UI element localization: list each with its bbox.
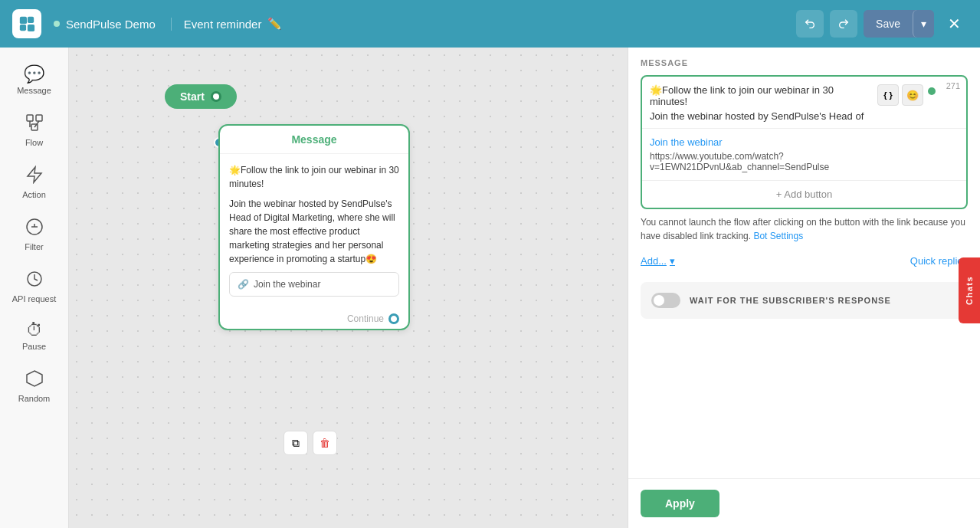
message-text-line2[interactable]: Join the webinar hosted by SendPulse's H… [650,110,873,122]
toggle-thumb [654,295,664,306]
message-line1: 🌟Follow the link to join our webinar in … [229,163,399,191]
add-dropdown-button[interactable]: Add... ▾ [641,255,675,267]
online-indicator [54,21,60,27]
right-panel: MESSAGE 271 🌟Follow the link to join our… [628,48,980,528]
sidebar-label-action: Action [22,190,46,199]
sidebar-item-message[interactable]: 💬 Message [5,60,63,101]
message-text-line1[interactable]: 🌟Follow the link to join our webinar in … [650,84,873,107]
editor-status-dot [928,87,936,95]
warning-text: You cannot launch the flow after clickin… [641,209,968,249]
flow-title-text: Event reminder [184,18,262,31]
editor-tools: { } 😊 [877,84,923,106]
brand-area: SendPulse Demo [54,18,172,31]
random-icon [25,369,44,391]
apply-row: Apply [628,478,980,528]
header-actions: Save ▾ ✕ [796,10,968,38]
add-chevron-icon: ▾ [670,255,675,267]
sidebar-item-filter[interactable]: Filter [5,212,63,257]
filter-icon [25,218,44,239]
message-text-area: 🌟Follow the link to join our webinar in … [642,77,966,129]
link-url: https://www.youtube.com/watch?v=1EWN21DP… [650,151,959,172]
sidebar-item-flow[interactable]: Flow [5,107,63,153]
action-icon [25,166,44,187]
svg-rect-4 [27,115,33,121]
copy-node-button[interactable]: ⧉ [284,431,308,455]
svg-rect-3 [28,25,34,31]
wait-toggle[interactable] [651,293,680,308]
sidebar-label-message: Message [17,86,51,95]
save-dropdown-button[interactable]: ▾ [913,10,934,38]
delete-node-button[interactable]: 🗑 [313,431,337,455]
bot-settings-link[interactable]: Bot Settings [753,231,803,241]
sidebar-item-action[interactable]: Action [5,159,63,205]
pause-icon: ⏱ [26,322,43,339]
canvas[interactable]: Start Message 🌟Follow the link to join o… [69,48,628,528]
save-main-button[interactable]: Save [864,10,913,38]
sidebar-label-pause: Pause [22,342,46,351]
flow-title-area: Event reminder ✏️ [184,17,283,31]
close-button[interactable]: ✕ [940,10,968,38]
wait-label: WAIT FOR THE SUBSCRIBER'S RESPONSE [690,296,891,305]
chats-tab[interactable]: Chats [959,257,980,323]
sidebar-label-filter: Filter [25,242,43,251]
undo-button[interactable] [796,10,824,38]
start-dot [211,91,221,102]
svg-rect-0 [20,17,27,24]
message-button-preview: 🔗 Join the webinar [229,272,399,297]
api-icon [25,270,44,291]
app-header: SendPulse Demo Event reminder ✏️ Save ▾ … [0,0,980,48]
emoji-tool-button[interactable]: 😊 [902,84,923,106]
message-icon: 💬 [24,66,44,83]
message-node[interactable]: Message 🌟Follow the link to join our web… [218,124,410,330]
message-editor[interactable]: 271 🌟Follow the link to join our webinar… [641,75,968,209]
right-panel-inner: MESSAGE 271 🌟Follow the link to join our… [628,48,980,478]
link-icon: 🔗 [238,277,249,291]
add-quick-replies-row: Add... ▾ Quick replies [641,249,968,273]
start-node: Start [165,84,237,109]
svg-marker-9 [28,167,41,182]
save-button-group: Save ▾ [864,10,934,38]
button-label: Join the webinar [254,277,320,291]
continue-dot [388,313,399,324]
sidebar-item-pause[interactable]: ⏱ Pause [5,316,63,357]
svg-rect-1 [28,17,34,23]
apply-button[interactable]: Apply [641,490,719,517]
flow-icon [25,113,44,135]
svg-rect-5 [36,115,42,121]
variable-tool-button[interactable]: { } [877,84,899,106]
svg-marker-13 [27,371,42,386]
link-title[interactable]: Join the webinar [650,136,959,148]
add-label: Add... [641,255,667,267]
sidebar-item-random[interactable]: Random [5,363,63,409]
app-logo [12,9,41,38]
edit-title-icon[interactable]: ✏️ [267,17,282,31]
message-line2: Join the webinar hosted by SendPulse's H… [229,197,399,266]
message-node-header: Message [220,126,408,154]
message-node-body: 🌟Follow the link to join our webinar in … [220,154,408,309]
link-card: Join the webinar https://www.youtube.com… [642,129,966,181]
chats-tab-label: Chats [965,276,974,305]
sidebar: 💬 Message Flow Action Filter API requ [0,48,69,528]
brand-name: SendPulse Demo [66,18,156,31]
sidebar-item-api[interactable]: API request [5,264,63,310]
start-label: Start [180,90,205,103]
message-section-label: MESSAGE [641,48,968,75]
svg-rect-2 [20,25,26,31]
wait-section: WAIT FOR THE SUBSCRIBER'S RESPONSE [641,282,968,319]
main-area: 💬 Message Flow Action Filter API requ [0,48,980,528]
char-count: 271 [946,81,960,90]
sidebar-label-flow: Flow [25,138,43,147]
continue-label: Continue [347,313,384,324]
sidebar-label-api: API request [12,294,56,303]
add-button-row[interactable]: + Add button [642,181,966,208]
sidebar-label-random: Random [18,394,51,403]
redo-button[interactable] [830,10,857,38]
message-node-footer: Continue [220,309,408,329]
start-button[interactable]: Start [165,84,237,109]
node-actions: ⧉ 🗑 [284,431,337,455]
